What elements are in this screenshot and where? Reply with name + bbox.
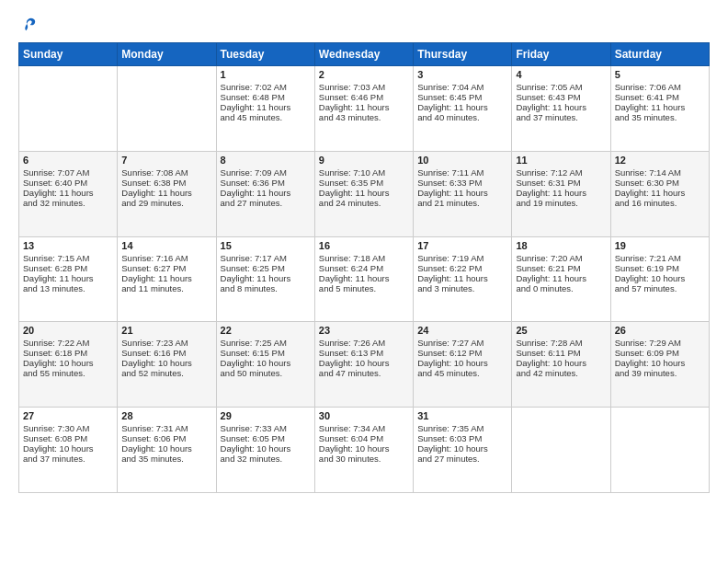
day-number: 31 (417, 410, 507, 421)
page: SundayMondayTuesdayWednesdayThursdayFrid… (0, 0, 728, 563)
day-number: 10 (417, 155, 507, 166)
calendar-cell: 22Sunrise: 7:25 AMSunset: 6:15 PMDayligh… (216, 322, 314, 408)
calendar-cell: 27Sunrise: 7:30 AMSunset: 6:08 PMDayligh… (19, 408, 118, 493)
calendar-cell (610, 408, 709, 493)
calendar-cell: 14Sunrise: 7:16 AMSunset: 6:27 PMDayligh… (118, 236, 216, 322)
day-number: 29 (221, 410, 311, 421)
calendar-cell: 10Sunrise: 7:11 AMSunset: 6:33 PMDayligh… (414, 151, 512, 236)
calendar-week-row: 1Sunrise: 7:02 AMSunset: 6:48 PMDaylight… (19, 66, 710, 152)
day-number: 3 (417, 69, 507, 80)
day-number: 23 (319, 325, 409, 336)
calendar-week-row: 13Sunrise: 7:15 AMSunset: 6:28 PMDayligh… (19, 236, 710, 322)
calendar-cell: 15Sunrise: 7:17 AMSunset: 6:25 PMDayligh… (216, 236, 314, 322)
weekday-header: Wednesday (314, 43, 413, 66)
calendar-cell: 30Sunrise: 7:34 AMSunset: 6:04 PMDayligh… (314, 408, 413, 493)
calendar-cell: 13Sunrise: 7:15 AMSunset: 6:28 PMDayligh… (19, 236, 118, 322)
calendar-cell: 29Sunrise: 7:33 AMSunset: 6:05 PMDayligh… (216, 408, 314, 493)
calendar-cell: 28Sunrise: 7:31 AMSunset: 6:06 PMDayligh… (118, 408, 216, 493)
day-number: 20 (23, 325, 113, 336)
calendar-cell: 26Sunrise: 7:29 AMSunset: 6:09 PMDayligh… (610, 322, 709, 408)
day-number: 9 (319, 155, 409, 166)
day-number: 12 (615, 155, 705, 166)
day-number: 28 (121, 410, 211, 421)
calendar-cell: 31Sunrise: 7:35 AMSunset: 6:03 PMDayligh… (414, 408, 512, 493)
weekday-header: Sunday (19, 43, 118, 66)
day-number: 15 (221, 240, 311, 251)
weekday-header: Thursday (414, 43, 512, 66)
day-number: 30 (319, 410, 409, 421)
weekday-header: Saturday (610, 43, 709, 66)
calendar-table: SundayMondayTuesdayWednesdayThursdayFrid… (18, 42, 710, 493)
calendar-week-row: 20Sunrise: 7:22 AMSunset: 6:18 PMDayligh… (19, 322, 710, 408)
day-number: 25 (516, 325, 606, 336)
day-number: 1 (221, 69, 311, 80)
calendar-cell: 12Sunrise: 7:14 AMSunset: 6:30 PMDayligh… (610, 151, 709, 236)
calendar-cell: 18Sunrise: 7:20 AMSunset: 6:21 PMDayligh… (512, 236, 610, 322)
calendar-cell: 24Sunrise: 7:27 AMSunset: 6:12 PMDayligh… (414, 322, 512, 408)
day-number: 6 (23, 155, 113, 166)
day-number: 16 (319, 240, 409, 251)
calendar-cell (118, 66, 216, 152)
header (18, 17, 710, 33)
day-number: 27 (23, 410, 113, 421)
calendar-cell: 2Sunrise: 7:03 AMSunset: 6:46 PMDaylight… (314, 66, 413, 152)
calendar-cell: 7Sunrise: 7:08 AMSunset: 6:38 PMDaylight… (118, 151, 216, 236)
day-number: 5 (615, 69, 705, 80)
day-number: 2 (319, 69, 409, 80)
day-number: 19 (615, 240, 705, 251)
day-number: 26 (615, 325, 705, 336)
weekday-header: Friday (512, 43, 610, 66)
day-number: 21 (121, 325, 211, 336)
day-number: 14 (121, 240, 211, 251)
calendar-cell: 5Sunrise: 7:06 AMSunset: 6:41 PMDaylight… (610, 66, 709, 152)
weekday-header: Monday (118, 43, 216, 66)
calendar-body: 1Sunrise: 7:02 AMSunset: 6:48 PMDaylight… (19, 66, 710, 493)
day-number: 11 (516, 155, 606, 166)
day-number: 24 (417, 325, 507, 336)
calendar-cell: 4Sunrise: 7:05 AMSunset: 6:43 PMDaylight… (512, 66, 610, 152)
calendar-cell: 11Sunrise: 7:12 AMSunset: 6:31 PMDayligh… (512, 151, 610, 236)
calendar-cell: 8Sunrise: 7:09 AMSunset: 6:36 PMDaylight… (216, 151, 314, 236)
calendar-cell: 17Sunrise: 7:19 AMSunset: 6:22 PMDayligh… (414, 236, 512, 322)
calendar-header-row: SundayMondayTuesdayWednesdayThursdayFrid… (19, 43, 710, 66)
calendar-cell: 9Sunrise: 7:10 AMSunset: 6:35 PMDaylight… (314, 151, 413, 236)
calendar-cell: 16Sunrise: 7:18 AMSunset: 6:24 PMDayligh… (314, 236, 413, 322)
calendar-cell: 21Sunrise: 7:23 AMSunset: 6:16 PMDayligh… (118, 322, 216, 408)
calendar-cell (19, 66, 118, 152)
calendar-cell: 1Sunrise: 7:02 AMSunset: 6:48 PMDaylight… (216, 66, 314, 152)
calendar-cell: 25Sunrise: 7:28 AMSunset: 6:11 PMDayligh… (512, 322, 610, 408)
calendar-week-row: 6Sunrise: 7:07 AMSunset: 6:40 PMDaylight… (19, 151, 710, 236)
logo-bird-icon (20, 17, 37, 33)
day-number: 8 (221, 155, 311, 166)
day-number: 4 (516, 69, 606, 80)
calendar-cell: 20Sunrise: 7:22 AMSunset: 6:18 PMDayligh… (19, 322, 118, 408)
calendar-cell (512, 408, 610, 493)
logo (18, 17, 39, 33)
day-number: 18 (516, 240, 606, 251)
day-number: 22 (221, 325, 311, 336)
calendar-cell: 6Sunrise: 7:07 AMSunset: 6:40 PMDaylight… (19, 151, 118, 236)
weekday-header: Tuesday (216, 43, 314, 66)
day-number: 13 (23, 240, 113, 251)
calendar-cell: 3Sunrise: 7:04 AMSunset: 6:45 PMDaylight… (414, 66, 512, 152)
calendar-cell: 19Sunrise: 7:21 AMSunset: 6:19 PMDayligh… (610, 236, 709, 322)
calendar-week-row: 27Sunrise: 7:30 AMSunset: 6:08 PMDayligh… (19, 408, 710, 493)
day-number: 7 (121, 155, 211, 166)
day-number: 17 (417, 240, 507, 251)
calendar-cell: 23Sunrise: 7:26 AMSunset: 6:13 PMDayligh… (314, 322, 413, 408)
